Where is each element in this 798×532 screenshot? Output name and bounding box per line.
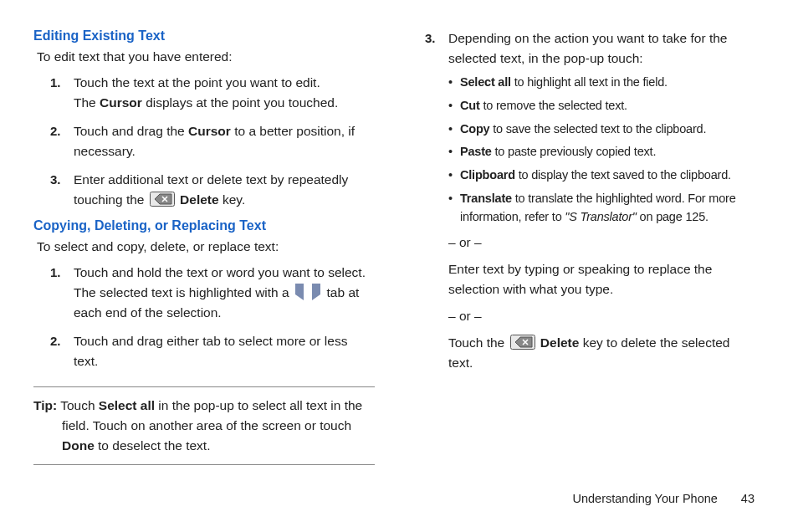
left-column: Editing Existing Text To edit text that …: [33, 28, 391, 499]
steps-right: 3. Depending on the action you want to t…: [408, 28, 749, 373]
bold-cursor: Cursor: [188, 124, 231, 138]
option-label: Clipboard: [460, 168, 515, 182]
option-label: Copy: [460, 122, 489, 136]
svg-rect-1: [295, 284, 304, 294]
footer-page-number: 43: [741, 492, 755, 505]
tip-text: Touch: [57, 398, 99, 412]
step-3: 3. Enter additional text or delete text …: [50, 170, 375, 210]
tip-text: to deselect the text.: [95, 438, 211, 453]
option-select-all: Select all to highlight all text in the …: [448, 74, 749, 92]
or-separator: – or –: [448, 233, 749, 253]
text: Touch the: [448, 335, 509, 350]
footer-section-title: Understanding Your Phone: [572, 492, 717, 505]
step-3: 3. Depending on the action you want to t…: [425, 28, 749, 373]
step-text: The: [74, 95, 100, 110]
selection-handle-right-icon: [310, 284, 322, 300]
option-label: Select all: [460, 75, 511, 89]
option-copy: Copy to save the selected text to the cl…: [448, 120, 749, 139]
delete-text-paragraph: Touch the Delete key to delete the selec…: [448, 333, 749, 373]
svg-rect-2: [312, 284, 320, 294]
step-number: 2.: [50, 331, 61, 350]
tip-box: Tip: Touch Select all in the pop-up to s…: [33, 386, 375, 465]
option-text: to highlight all text in the field.: [511, 75, 668, 89]
steps-copy-delete-replace: 1. Touch and hold the text or word you w…: [33, 263, 375, 371]
heading-copy-delete-replace: Copying, Deleting, or Replacing Text: [33, 218, 375, 233]
step-text: Touch the text at the point you want to …: [74, 75, 320, 90]
intro-copy-delete-replace: To select and copy, delete, or replace t…: [37, 238, 375, 256]
bold-delete: Delete: [537, 335, 580, 350]
option-label: Translate: [460, 192, 512, 205]
step-text: Depending on the action you want to take…: [448, 31, 727, 65]
option-label: Cut: [460, 99, 480, 112]
page: Editing Existing Text To edit text that …: [0, 0, 798, 532]
step-number: 3.: [50, 170, 61, 189]
heading-editing-text: Editing Existing Text: [33, 28, 375, 43]
option-cut: Cut to remove the selected text.: [448, 97, 749, 115]
step-text: Touch and drag the: [74, 124, 188, 138]
option-text: on page 125.: [637, 210, 708, 223]
bold-select-all: Select all: [99, 398, 155, 412]
bold-cursor: Cursor: [100, 95, 142, 110]
delete-key-icon: [150, 192, 175, 207]
option-clipboard: Clipboard to display the text saved to t…: [448, 166, 749, 185]
page-footer: Understanding Your Phone 43: [572, 492, 755, 505]
step-text: Touch and hold the text or word you want…: [74, 265, 366, 279]
option-label: Paste: [460, 145, 492, 158]
step-number: 1.: [50, 263, 61, 282]
step-number: 1.: [50, 73, 61, 92]
step-number: 2.: [50, 121, 61, 141]
step-text: The selected text is highlighted with a: [74, 285, 293, 299]
step-2: 2. Touch and drag the Cursor to a better…: [50, 121, 375, 161]
step-text: key.: [219, 192, 246, 207]
bold-done: Done: [62, 438, 95, 453]
intro-editing-text: To edit text that you have entered:: [37, 49, 375, 66]
steps-editing-text: 1. Touch the text at the point you want …: [33, 73, 375, 210]
right-column: 3. Depending on the action you want to t…: [391, 28, 749, 499]
delete-key-icon: [510, 335, 535, 350]
step-text: displays at the point you touched.: [142, 95, 338, 110]
replace-text-paragraph: Enter text by typing or speaking to repl…: [448, 259, 749, 299]
option-text: to display the text saved to the clipboa…: [515, 168, 731, 182]
selection-handle-left-icon: [294, 284, 305, 300]
bold-delete: Delete: [176, 192, 219, 207]
option-translate: Translate to translate the highlighted w…: [448, 190, 749, 227]
option-text: to paste previously copied text.: [492, 145, 657, 158]
option-text: to remove the selected text.: [480, 99, 627, 112]
step-2: 2. Touch and drag either tab to select m…: [50, 331, 375, 371]
or-separator: – or –: [448, 306, 749, 326]
step-text: Touch and drag either tab to select more…: [74, 334, 347, 368]
tip-label: Tip:: [33, 398, 57, 412]
step-1: 1. Touch and hold the text or word you w…: [50, 263, 375, 323]
option-text: to save the selected text to the clipboa…: [489, 122, 706, 136]
step-1: 1. Touch the text at the point you want …: [50, 73, 375, 113]
popup-options-list: Select all to highlight all text in the …: [448, 74, 749, 226]
italic-reference: "S Translator": [565, 210, 636, 223]
step-number: 3.: [425, 28, 436, 48]
option-paste: Paste to paste previously copied text.: [448, 143, 749, 161]
